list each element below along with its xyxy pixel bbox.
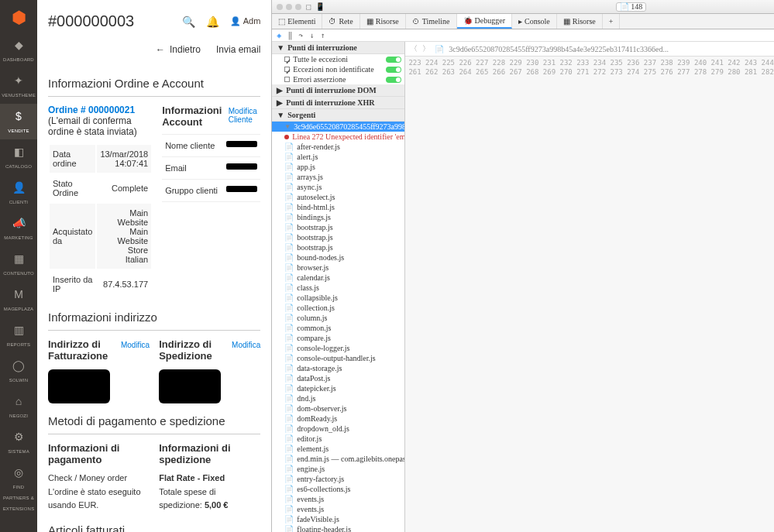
breakpoint-item[interactable]: ✓Eccezioni non identificate <box>272 64 404 74</box>
source-file[interactable]: 📄 bootstrap.js <box>272 222 404 232</box>
source-file[interactable]: 📄 arrays.js <box>272 172 404 182</box>
order-number-link[interactable]: Ordine # 000000021 <box>48 105 135 115</box>
source-file[interactable]: 📄 floating-header.js <box>272 524 404 532</box>
source-file[interactable]: 📄 element.js <box>272 444 404 454</box>
source-file[interactable]: 📄 console-logger.js <box>272 343 404 353</box>
source-file[interactable]: 📄 bind-html.js <box>272 202 404 212</box>
sidebar-item-clienti[interactable]: 👤Clienti <box>0 175 37 211</box>
source-file[interactable]: 📄 entry-factory.js <box>272 474 404 484</box>
step-over-icon[interactable]: ↷ <box>298 31 303 39</box>
devtools-tab-risorse[interactable]: ▦ Risorse <box>557 14 603 29</box>
address-section-title: Informazioni indirizzo <box>48 300 260 331</box>
order-confirmation-note: (L'email di conferma ordine è stata invi… <box>48 115 137 137</box>
source-file[interactable]: 📄 async.js <box>272 182 404 192</box>
sources-group[interactable]: ▼Sorgenti <box>272 109 404 122</box>
back-button[interactable]: ← Indietro <box>156 44 201 55</box>
sidebar-item-negozi[interactable]: ⌂Negozi <box>0 389 37 424</box>
source-file[interactable]: 📄 calendar.js <box>272 273 404 283</box>
pause-icon[interactable]: ‖ <box>287 31 292 39</box>
source-file[interactable]: 📄 dnd.js <box>272 393 404 403</box>
edit-customer-link[interactable]: Modifica Cliente <box>229 107 261 124</box>
edit-shipping-link[interactable]: Modifica <box>232 341 260 349</box>
source-file[interactable]: 📄 bootstrap.js <box>272 242 404 252</box>
source-file[interactable]: 📄 events.js <box>272 504 404 514</box>
devtools-tab-elementi[interactable]: ⬚ Elementi <box>272 14 322 29</box>
sidebar-item-solwin[interactable]: ◯Solwin <box>0 353 37 389</box>
source-file[interactable]: 📄 es6-collections.js <box>272 484 404 494</box>
search-icon[interactable]: 🔍 <box>182 15 195 28</box>
shipping-method: Flat Rate - Fixed <box>159 473 225 482</box>
sidebar-item-contenuto[interactable]: ▦Contenuto <box>0 246 37 282</box>
sidebar-item-catalogo[interactable]: ◧Catalogo <box>0 139 37 175</box>
devtools-tab-timeline[interactable]: ⏲ Timeline <box>406 14 457 29</box>
sidebar-item-reports[interactable]: ▥Reports <box>0 317 37 353</box>
devtools-tab-debugger[interactable]: 🐞 Debugger <box>457 14 512 29</box>
source-file[interactable]: 📄 autoselect.js <box>272 192 404 202</box>
sidebar-item-vendite[interactable]: $Vendite <box>0 104 37 139</box>
source-file[interactable]: 📄 alert.js <box>272 152 404 162</box>
sidebar-item-sistema[interactable]: ⚙Sistema <box>0 424 37 460</box>
nav-back-icon[interactable]: 〈 <box>410 43 418 54</box>
edit-billing-link[interactable]: Modifica <box>121 341 150 349</box>
sidebar-item-find-partners-&-extensions[interactable]: ◎Find Partners & Extensions <box>0 460 37 517</box>
source-file[interactable]: 📄 dropdown_old.js <box>272 424 404 434</box>
breakpoint-subgroup[interactable]: ▶Punti di interruzione DOM <box>272 84 404 97</box>
source-file[interactable]: 📄 collapsible.js <box>272 293 404 303</box>
send-email-button[interactable]: Invia email <box>216 44 260 55</box>
window-controls[interactable] <box>277 4 301 10</box>
sidebar-item-marketing[interactable]: 📣Marketing <box>0 211 37 246</box>
sidebar-item-venustheme[interactable]: ✦VenusTheme <box>0 68 37 104</box>
step-out-icon[interactable]: ↑ <box>320 31 325 39</box>
inspect-icon[interactable]: ⬚ <box>306 2 311 11</box>
selected-source-file[interactable]: ▼3c9d6e65520870285455ff9273a998b45a4e3e.… <box>272 122 404 132</box>
payment-method: Check / Money order <box>48 472 150 486</box>
devtools-tab-rete[interactable]: ⏱ Rete <box>322 14 359 29</box>
add-tab-button[interactable]: + <box>603 14 621 29</box>
account-row: Email <box>162 157 260 180</box>
source-file[interactable]: 📄 column.js <box>272 313 404 323</box>
source-error-line[interactable]: Linea 272 Unexpected identifier 'email'.… <box>272 132 404 142</box>
order-info-row: Data ordine13/mar/2018 14:07:41 <box>50 145 151 173</box>
source-file[interactable]: 📄 bootstrap.js <box>272 232 404 242</box>
devtools-toolbar: ⬚ 📱 📄 148 ● 1 ⚠ 2 🔍 Ricerca <box>272 0 774 14</box>
source-file[interactable]: 📄 collection.js <box>272 303 404 313</box>
breakpoint-item[interactable]: Errori asserzione <box>272 74 404 84</box>
source-file[interactable]: 📄 editor.js <box>272 434 404 444</box>
breakpoint-item[interactable]: ✓Tutte le eccezioni <box>272 54 404 64</box>
code-breadcrumb: 〈 〉 📄 3c9d6e65520870285455ff9273a998b45a… <box>405 42 774 57</box>
source-file[interactable]: 📄 after-render.js <box>272 142 404 152</box>
device-icon[interactable]: 📱 <box>315 2 325 11</box>
breakpoints-group[interactable]: ▼Punti di interruzione <box>272 42 404 54</box>
source-file[interactable]: 📄 class.js <box>272 283 404 293</box>
source-file[interactable]: 📄 engine.js <box>272 464 404 474</box>
source-file[interactable]: 📄 domReady.js <box>272 414 404 424</box>
source-file[interactable]: 📄 browser.js <box>272 263 404 273</box>
source-file[interactable]: 📄 data-storage.js <box>272 363 404 373</box>
debugger-sidebar: ▼Punti di interruzione ✓Tutte le eccezio… <box>272 42 405 532</box>
safari-devtools: ⬚ 📱 📄 148 ● 1 ⚠ 2 🔍 Ricerca ⬚ Elementi⏱ … <box>271 0 774 532</box>
user-menu[interactable]: 👤 Adm <box>230 16 260 26</box>
source-file[interactable]: 📄 dom-observer.js <box>272 403 404 414</box>
devtools-tab-console[interactable]: ▸ Console <box>512 14 557 29</box>
source-file[interactable]: 📄 app.js <box>272 162 404 172</box>
resource-count: 📄 148 <box>616 2 646 12</box>
source-file[interactable]: 📄 bound-nodes.js <box>272 252 404 263</box>
source-file[interactable]: 📄 dataPost.js <box>272 373 404 383</box>
source-file[interactable]: 📄 events.js <box>272 494 404 504</box>
sidebar-item-mageplaza[interactable]: MMageplaza <box>0 282 37 317</box>
notifications-icon[interactable]: 🔔 <box>206 15 219 28</box>
source-file[interactable]: 📄 common.js <box>272 323 404 333</box>
order-account-section-title: Informazioni Ordine e Account <box>48 66 260 97</box>
breakpoint-toggle-icon[interactable]: ◈ <box>277 31 281 39</box>
source-file[interactable]: 📄 compare.js <box>272 333 404 343</box>
source-file[interactable]: 📄 bindings.js <box>272 212 404 222</box>
devtools-tab-risorse[interactable]: ▦ Risorse <box>360 14 406 29</box>
source-file[interactable]: 📄 fadeVisible.js <box>272 514 404 524</box>
step-into-icon[interactable]: ↓ <box>309 31 314 39</box>
nav-fwd-icon[interactable]: 〉 <box>422 43 430 54</box>
source-file[interactable]: 📄 datepicker.js <box>272 383 404 393</box>
source-file[interactable]: 📄 end.min.js — com.agilebits.onepassword… <box>272 454 404 464</box>
breakpoint-subgroup[interactable]: ▶Punti di interruzione XHR <box>272 97 404 109</box>
source-file[interactable]: 📄 console-output-handler.js <box>272 353 404 363</box>
sidebar-item-dashboard[interactable]: ◆Dashboard <box>0 33 37 68</box>
